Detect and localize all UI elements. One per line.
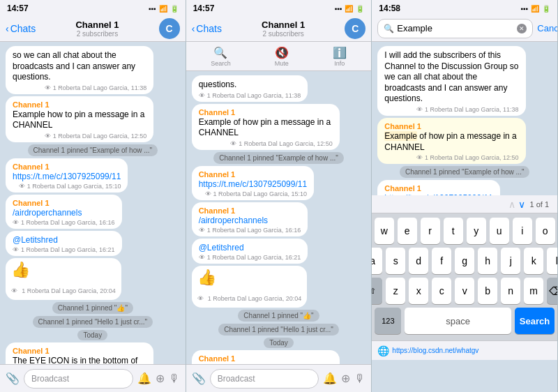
battery-icon-2: 🔋 [356, 5, 364, 13]
message-intro-1: so we can all chat about the broadcasts … [6, 46, 153, 94]
input-bar-2: 📎 Broadcast 🔔 ⊕ 🎙 [186, 364, 372, 392]
nav-up-button[interactable]: ∧ [508, 199, 515, 210]
message-eye-1: Channel 1 The EYE ICON is in the bottom … [6, 342, 153, 364]
action-bar: 🔍 Search 🔇 Mute ℹ️ Info [186, 42, 372, 71]
key-o[interactable]: o [536, 218, 555, 244]
eye-icon-4: 👁 [13, 219, 19, 226]
key-x[interactable]: x [409, 278, 428, 304]
key-c[interactable]: c [432, 278, 451, 304]
delete-key[interactable]: ⌫ [547, 278, 558, 304]
chat-area-1[interactable]: so we can all chat about the broadcasts … [0, 42, 186, 364]
system-pinned-2: Channel 1 pinned "👍" [52, 302, 133, 314]
nav-arrows: ∧ ∨ [508, 199, 525, 210]
key-h[interactable]: h [478, 248, 497, 274]
system-pinned-1: Channel 1 pinned "Example of how ..." [28, 144, 158, 156]
message-airdrop-2: Channel 1 /airdroperchannels 👁 1 Roberta… [192, 202, 308, 236]
key-s[interactable]: s [386, 248, 405, 274]
action-search[interactable]: 🔍 Search [211, 46, 231, 67]
broadcast-input-2[interactable]: Broadcast [210, 369, 319, 389]
message-link-1: Channel 1 https://t.me/c/1307925099/11 👁… [6, 158, 128, 193]
battery-icon: 🔋 [170, 5, 179, 13]
eye-icon: 👁 [45, 84, 51, 91]
search-icon-3: 🔍 [384, 24, 394, 33]
nav-bar-2: ‹ Chats Channel 1 2 subscribers C [186, 15, 372, 42]
action-info[interactable]: ℹ️ Info [333, 46, 347, 67]
keyboard-row-4: 123 space Search [375, 308, 555, 334]
search-input[interactable] [397, 23, 514, 33]
mic-icon-2[interactable]: 🎙 [354, 372, 365, 385]
chat-area-2[interactable]: questions. 👁 1 Roberta Dal Lago Garcia, … [186, 71, 372, 364]
action-mute[interactable]: 🔇 Mute [275, 46, 289, 67]
clear-search-button[interactable]: ✕ [517, 24, 527, 33]
key-t[interactable]: t [444, 218, 463, 244]
panel-3: 14:58 ▪▪▪ 📶 🔋 🔍 ✕ Cancel I will add the … [372, 0, 558, 392]
system-pinned-7: Channel 1 pinned "Example of how ..." [400, 166, 530, 178]
search-key[interactable]: Search [515, 308, 555, 334]
message-letitshred-1: @Letitshred 👁 1 Roberta Dal Lago Garcia,… [6, 231, 122, 256]
key-j[interactable]: j [501, 248, 520, 274]
key-k[interactable]: k [524, 248, 543, 274]
more-icon-1[interactable]: ⊕ [156, 372, 165, 385]
nav-down-button[interactable]: ∨ [518, 199, 525, 210]
key-f[interactable]: f [432, 248, 451, 274]
key-i[interactable]: i [513, 218, 532, 244]
status-bar-2: 14:57 ▪▪▪ 📶 🔋 [186, 0, 372, 15]
wifi-icon: 📶 [159, 5, 167, 13]
eye-icon-5: 👁 [13, 246, 19, 253]
channel-title-1: Channel 1 2 subscribers [40, 20, 154, 38]
clip-icon-1[interactable]: 📎 [6, 372, 20, 385]
action-mute-label: Mute [275, 60, 289, 67]
message-letitshred-2: @Letitshred 👁 1 Roberta Dal Lago Garcia,… [192, 239, 308, 264]
search-icon: 🔍 [213, 46, 227, 59]
bottom-info: 🌐 https://blog.csdn.net/whatgv [372, 340, 557, 360]
key-e[interactable]: e [398, 218, 417, 244]
broadcast-input-1[interactable]: Broadcast [24, 369, 133, 389]
key-v[interactable]: v [455, 278, 474, 304]
key-w[interactable]: w [375, 218, 394, 244]
message-meta: 👁 1 Roberta Dal Lago Garcia, 11:38 [13, 84, 146, 91]
key-m[interactable]: m [524, 278, 543, 304]
mic-icon-1[interactable]: 🎙 [169, 372, 180, 385]
message-airdrop-1: Channel 1 /airdroperchannels 👁 1 Roberta… [6, 195, 122, 229]
key-r[interactable]: r [421, 218, 440, 244]
status-icons-2: ▪▪▪ 📶 🔋 [335, 5, 365, 13]
key-g[interactable]: g [455, 248, 474, 274]
channel-title-2: Channel 1 2 subscribers [226, 20, 340, 38]
eye-icon-9: 👁 [230, 140, 236, 147]
chat-area-3[interactable]: I will add the subscribers of this Chann… [372, 42, 557, 195]
key-u[interactable]: u [490, 218, 509, 244]
bottom-url[interactable]: https://blog.csdn.net/whatgv [392, 347, 478, 354]
numbers-key[interactable]: 123 [375, 308, 401, 334]
key-y[interactable]: y [467, 218, 486, 244]
bell-icon-2[interactable]: 🔔 [323, 372, 337, 385]
message-emoji-1: 👍 👁 1 Roberta Dal Lago Garcia, 20:04 [6, 258, 121, 300]
eye-icon-2: 👁 [45, 133, 51, 140]
key-z[interactable]: z [386, 278, 405, 304]
result-count: 1 of 1 [529, 200, 549, 209]
bell-icon-1[interactable]: 🔔 [137, 372, 151, 385]
clip-icon-2[interactable]: 📎 [192, 372, 206, 385]
back-button-2[interactable]: ‹ Chats [192, 23, 222, 34]
message-pin-2: Channel 1 Example of how pin a message i… [192, 104, 340, 150]
key-b[interactable]: b [478, 278, 497, 304]
more-icon-2[interactable]: ⊕ [341, 372, 350, 385]
space-key[interactable]: space [405, 308, 511, 334]
key-l[interactable]: l [547, 248, 558, 274]
back-button-1[interactable]: ‹ Chats [6, 23, 36, 34]
keyboard: q w e r t y u i o p a s d f g h j k l ⇧ … [372, 213, 557, 340]
shift-key[interactable]: ⇧ [372, 278, 382, 304]
status-bar-1: 14:57 ▪▪▪ 📶 🔋 [0, 0, 186, 15]
key-d[interactable]: d [409, 248, 428, 274]
message-link-2: Channel 1 https://t.me/c/1307925099/11 👁… [192, 166, 314, 200]
message-pin-1: Channel 1 Example how to pin a message i… [6, 96, 153, 142]
message-emoji-2: 👍 👁 1 Roberta Dal Lago Garcia, 20:04 [192, 266, 308, 308]
eye-icon-12: 👁 [199, 254, 205, 261]
battery-icon-3: 🔋 [542, 5, 550, 13]
keyboard-row-3: ⇧ z x c v b n m ⌫ [375, 278, 555, 304]
key-a[interactable]: a [372, 248, 382, 274]
key-n[interactable]: n [501, 278, 520, 304]
cancel-search-button[interactable]: Cancel [537, 23, 558, 33]
avatar-1: C [159, 18, 180, 39]
search-input-wrap[interactable]: 🔍 ✕ [377, 19, 533, 38]
status-bar-3: 14:58 ▪▪▪ 📶 🔋 [372, 0, 557, 15]
